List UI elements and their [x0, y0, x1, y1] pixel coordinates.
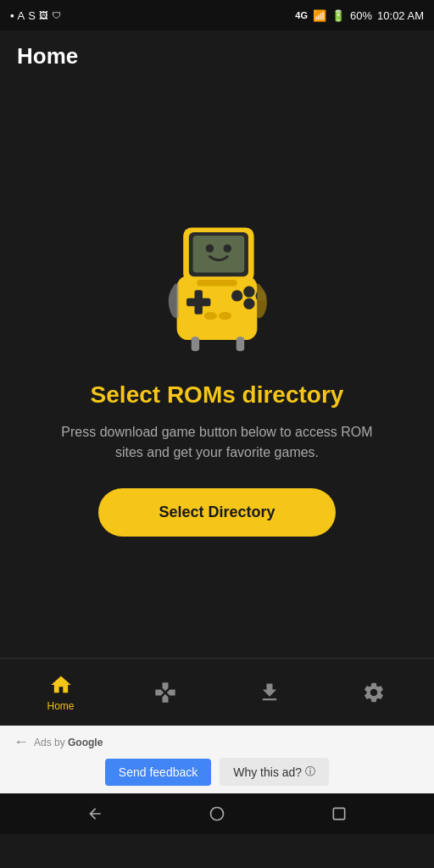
- svg-rect-3: [193, 235, 245, 272]
- svg-point-5: [224, 244, 231, 252]
- recents-button[interactable]: [329, 804, 349, 824]
- hero-description: Press download game button below to acce…: [56, 422, 378, 463]
- app-icon-3: S: [28, 9, 36, 22]
- app-bar: Home: [0, 31, 434, 81]
- home-button[interactable]: [207, 804, 227, 824]
- nav-item-home[interactable]: Home: [36, 673, 86, 712]
- back-ad-icon[interactable]: ←: [14, 733, 29, 751]
- nav-home-label: Home: [47, 700, 74, 712]
- recents-nav-icon: [331, 805, 348, 822]
- svg-point-11: [243, 298, 254, 309]
- nav-item-settings[interactable]: [348, 681, 399, 704]
- status-left-icons: ▪ A S 🖼 🛡: [10, 9, 61, 22]
- svg-point-17: [211, 808, 224, 821]
- main-content: Select ROMs directory Press download gam…: [0, 81, 434, 658]
- svg-point-14: [219, 311, 231, 319]
- svg-point-13: [204, 311, 217, 319]
- time-label: 10:02 AM: [377, 9, 424, 22]
- settings-icon: [362, 681, 386, 704]
- select-directory-button[interactable]: Select Directory: [98, 488, 336, 537]
- home-nav-icon: [209, 805, 225, 822]
- svg-rect-16: [236, 337, 244, 351]
- back-button[interactable]: [85, 804, 105, 824]
- status-bar: ▪ A S 🖼 🛡 4G 📶 🔋 60% 10:02 AM: [0, 0, 434, 31]
- app-icon-1: ▪: [10, 9, 14, 22]
- svg-point-10: [243, 286, 254, 297]
- system-nav-bar: [0, 793, 434, 834]
- download-icon: [258, 681, 281, 704]
- svg-point-9: [231, 290, 242, 301]
- home-icon: [49, 673, 73, 697]
- hero-title: Select ROMs directory: [91, 381, 344, 409]
- battery-label: 60%: [350, 9, 372, 22]
- back-nav-icon: [86, 805, 103, 822]
- why-this-ad-button[interactable]: Why this ad? ⓘ: [220, 758, 329, 786]
- bottom-nav: Home: [0, 658, 434, 726]
- games-icon: [153, 681, 177, 704]
- ad-label: Ads by Google: [34, 737, 103, 748]
- svg-point-4: [206, 244, 214, 252]
- gameboy-illustration: [149, 203, 285, 356]
- battery-icon: 🔋: [331, 9, 345, 22]
- signal-icon: 📶: [313, 9, 326, 22]
- status-right-icons: 4G 📶 🔋 60% 10:02 AM: [295, 9, 424, 22]
- svg-rect-6: [197, 280, 236, 287]
- svg-rect-15: [192, 337, 199, 351]
- app-icon-2: A: [18, 9, 25, 22]
- info-icon: ⓘ: [305, 765, 315, 779]
- page-title: Home: [17, 43, 78, 70]
- nav-item-download[interactable]: [244, 681, 295, 704]
- app-icon-4: 🖼: [39, 10, 48, 20]
- svg-rect-18: [333, 808, 344, 819]
- ad-actions: Send feedback Why this ad? ⓘ: [105, 758, 329, 786]
- svg-rect-8: [194, 290, 202, 314]
- nav-item-games[interactable]: [140, 681, 191, 704]
- ad-brand: Google: [68, 737, 103, 748]
- ad-banner: ← Ads by Google Send feedback Why this a…: [0, 726, 434, 793]
- app-icon-5: 🛡: [52, 10, 61, 20]
- send-feedback-button[interactable]: Send feedback: [105, 759, 211, 786]
- network-type-label: 4G: [295, 10, 308, 20]
